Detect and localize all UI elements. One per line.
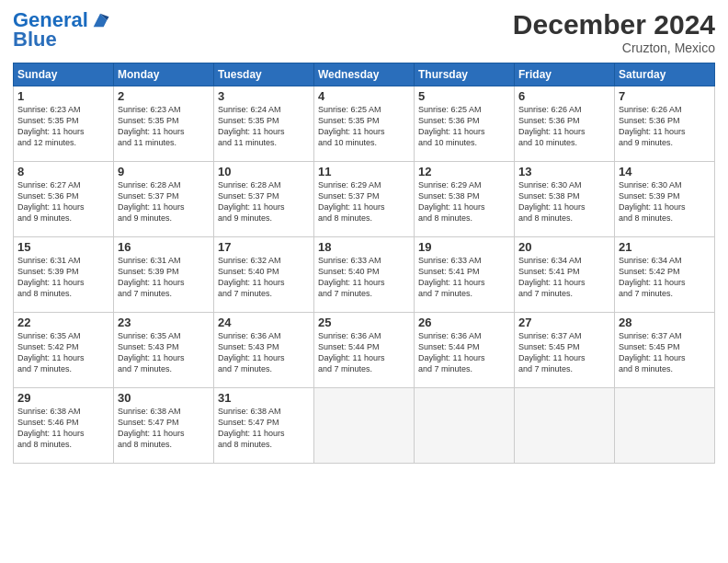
day-number: 26 xyxy=(418,316,510,329)
day-number: 27 xyxy=(518,316,610,329)
day-number: 24 xyxy=(218,316,310,329)
calendar-cell xyxy=(415,388,515,464)
day-number: 3 xyxy=(218,89,310,103)
calendar-week-row: 8Sunrise: 6:27 AMSunset: 5:36 PMDaylight… xyxy=(14,162,715,237)
day-info: Sunrise: 6:35 AMSunset: 5:43 PMDaylight:… xyxy=(118,330,210,375)
weekday-header: Sunday xyxy=(14,63,114,86)
day-info: Sunrise: 6:25 AMSunset: 5:35 PMDaylight:… xyxy=(318,104,410,149)
day-info: Sunrise: 6:35 AMSunset: 5:42 PMDaylight:… xyxy=(17,330,109,375)
day-info: Sunrise: 6:33 AMSunset: 5:41 PMDaylight:… xyxy=(418,255,510,300)
day-info: Sunrise: 6:25 AMSunset: 5:36 PMDaylight:… xyxy=(418,104,510,149)
weekday-header-row: SundayMondayTuesdayWednesdayThursdayFrid… xyxy=(14,63,715,86)
day-number: 17 xyxy=(218,240,310,254)
day-info: Sunrise: 6:26 AMSunset: 5:36 PMDaylight:… xyxy=(518,104,610,149)
calendar-cell: 23Sunrise: 6:35 AMSunset: 5:43 PMDayligh… xyxy=(114,313,214,388)
calendar-cell: 3Sunrise: 6:24 AMSunset: 5:35 PMDaylight… xyxy=(214,86,314,162)
logo-icon xyxy=(90,10,110,30)
day-info: Sunrise: 6:28 AMSunset: 5:37 PMDaylight:… xyxy=(218,179,310,224)
day-info: Sunrise: 6:33 AMSunset: 5:40 PMDaylight:… xyxy=(318,255,410,300)
calendar-cell xyxy=(515,388,615,464)
day-info: Sunrise: 6:36 AMSunset: 5:44 PMDaylight:… xyxy=(318,330,410,375)
day-number: 7 xyxy=(619,89,711,103)
calendar-cell: 7Sunrise: 6:26 AMSunset: 5:36 PMDaylight… xyxy=(615,86,715,162)
calendar-cell: 26Sunrise: 6:36 AMSunset: 5:44 PMDayligh… xyxy=(415,313,515,388)
calendar-cell: 1Sunrise: 6:23 AMSunset: 5:35 PMDaylight… xyxy=(14,86,114,162)
day-number: 20 xyxy=(518,240,610,254)
calendar-cell: 12Sunrise: 6:29 AMSunset: 5:38 PMDayligh… xyxy=(415,162,515,237)
calendar-cell: 28Sunrise: 6:37 AMSunset: 5:45 PMDayligh… xyxy=(615,313,715,388)
day-number: 29 xyxy=(17,391,109,405)
day-info: Sunrise: 6:38 AMSunset: 5:47 PMDaylight:… xyxy=(218,406,310,451)
day-number: 30 xyxy=(118,391,210,405)
logo: General Blue xyxy=(13,9,110,52)
day-number: 25 xyxy=(318,316,410,329)
day-info: Sunrise: 6:36 AMSunset: 5:44 PMDaylight:… xyxy=(418,330,510,375)
day-info: Sunrise: 6:34 AMSunset: 5:42 PMDaylight:… xyxy=(619,255,711,300)
month-title: December 2024 xyxy=(513,9,715,40)
day-number: 1 xyxy=(17,89,109,103)
day-info: Sunrise: 6:28 AMSunset: 5:37 PMDaylight:… xyxy=(118,179,210,224)
day-info: Sunrise: 6:30 AMSunset: 5:38 PMDaylight:… xyxy=(518,179,610,224)
calendar-table: SundayMondayTuesdayWednesdayThursdayFrid… xyxy=(13,63,715,464)
weekday-header: Thursday xyxy=(415,63,515,86)
calendar-cell: 5Sunrise: 6:25 AMSunset: 5:36 PMDaylight… xyxy=(415,86,515,162)
day-info: Sunrise: 6:34 AMSunset: 5:41 PMDaylight:… xyxy=(518,255,610,300)
calendar-cell: 15Sunrise: 6:31 AMSunset: 5:39 PMDayligh… xyxy=(14,237,114,313)
day-number: 14 xyxy=(619,165,711,178)
day-number: 23 xyxy=(118,316,210,329)
day-number: 15 xyxy=(17,240,109,254)
calendar-cell xyxy=(314,388,415,464)
weekday-header: Wednesday xyxy=(314,63,415,86)
day-number: 31 xyxy=(218,391,310,405)
calendar-cell: 20Sunrise: 6:34 AMSunset: 5:41 PMDayligh… xyxy=(515,237,615,313)
day-info: Sunrise: 6:37 AMSunset: 5:45 PMDaylight:… xyxy=(518,330,610,375)
location-subtitle: Cruzton, Mexico xyxy=(513,40,715,55)
day-info: Sunrise: 6:36 AMSunset: 5:43 PMDaylight:… xyxy=(218,330,310,375)
title-block: December 2024 Cruzton, Mexico xyxy=(513,9,715,55)
calendar-cell xyxy=(615,388,715,464)
day-number: 13 xyxy=(518,165,610,178)
day-info: Sunrise: 6:23 AMSunset: 5:35 PMDaylight:… xyxy=(17,104,109,149)
day-info: Sunrise: 6:32 AMSunset: 5:40 PMDaylight:… xyxy=(218,255,310,300)
day-number: 19 xyxy=(418,240,510,254)
day-info: Sunrise: 6:24 AMSunset: 5:35 PMDaylight:… xyxy=(218,104,310,149)
day-number: 12 xyxy=(418,165,510,178)
day-number: 16 xyxy=(118,240,210,254)
day-number: 18 xyxy=(318,240,410,254)
weekday-header: Saturday xyxy=(615,63,715,86)
calendar-cell: 14Sunrise: 6:30 AMSunset: 5:39 PMDayligh… xyxy=(615,162,715,237)
calendar-cell: 21Sunrise: 6:34 AMSunset: 5:42 PMDayligh… xyxy=(615,237,715,313)
day-number: 4 xyxy=(318,89,410,103)
calendar-cell: 16Sunrise: 6:31 AMSunset: 5:39 PMDayligh… xyxy=(114,237,214,313)
day-info: Sunrise: 6:30 AMSunset: 5:39 PMDaylight:… xyxy=(619,179,711,224)
calendar-cell: 2Sunrise: 6:23 AMSunset: 5:35 PMDaylight… xyxy=(114,86,214,162)
calendar-cell: 31Sunrise: 6:38 AMSunset: 5:47 PMDayligh… xyxy=(214,388,314,464)
calendar-cell: 8Sunrise: 6:27 AMSunset: 5:36 PMDaylight… xyxy=(14,162,114,237)
calendar-cell: 13Sunrise: 6:30 AMSunset: 5:38 PMDayligh… xyxy=(515,162,615,237)
day-info: Sunrise: 6:27 AMSunset: 5:36 PMDaylight:… xyxy=(17,179,109,224)
calendar-week-row: 29Sunrise: 6:38 AMSunset: 5:46 PMDayligh… xyxy=(14,388,715,464)
calendar-cell: 18Sunrise: 6:33 AMSunset: 5:40 PMDayligh… xyxy=(314,237,415,313)
day-number: 9 xyxy=(118,165,210,178)
calendar-week-row: 15Sunrise: 6:31 AMSunset: 5:39 PMDayligh… xyxy=(14,237,715,313)
day-info: Sunrise: 6:31 AMSunset: 5:39 PMDaylight:… xyxy=(17,255,109,300)
day-number: 28 xyxy=(619,316,711,329)
day-number: 11 xyxy=(318,165,410,178)
page-container: General Blue December 2024 Cruzton, Mexi… xyxy=(0,0,728,471)
day-number: 8 xyxy=(17,165,109,178)
day-info: Sunrise: 6:23 AMSunset: 5:35 PMDaylight:… xyxy=(118,104,210,149)
calendar-cell: 24Sunrise: 6:36 AMSunset: 5:43 PMDayligh… xyxy=(214,313,314,388)
day-number: 6 xyxy=(518,89,610,103)
weekday-header: Tuesday xyxy=(214,63,314,86)
day-number: 22 xyxy=(17,316,109,329)
calendar-cell: 30Sunrise: 6:38 AMSunset: 5:47 PMDayligh… xyxy=(114,388,214,464)
weekday-header: Friday xyxy=(515,63,615,86)
day-number: 5 xyxy=(418,89,510,103)
calendar-cell: 4Sunrise: 6:25 AMSunset: 5:35 PMDaylight… xyxy=(314,86,415,162)
page-header: General Blue December 2024 Cruzton, Mexi… xyxy=(13,9,715,55)
day-info: Sunrise: 6:38 AMSunset: 5:46 PMDaylight:… xyxy=(17,406,109,451)
day-number: 21 xyxy=(619,240,711,254)
day-number: 2 xyxy=(118,89,210,103)
calendar-cell: 27Sunrise: 6:37 AMSunset: 5:45 PMDayligh… xyxy=(515,313,615,388)
day-info: Sunrise: 6:37 AMSunset: 5:45 PMDaylight:… xyxy=(619,330,711,375)
